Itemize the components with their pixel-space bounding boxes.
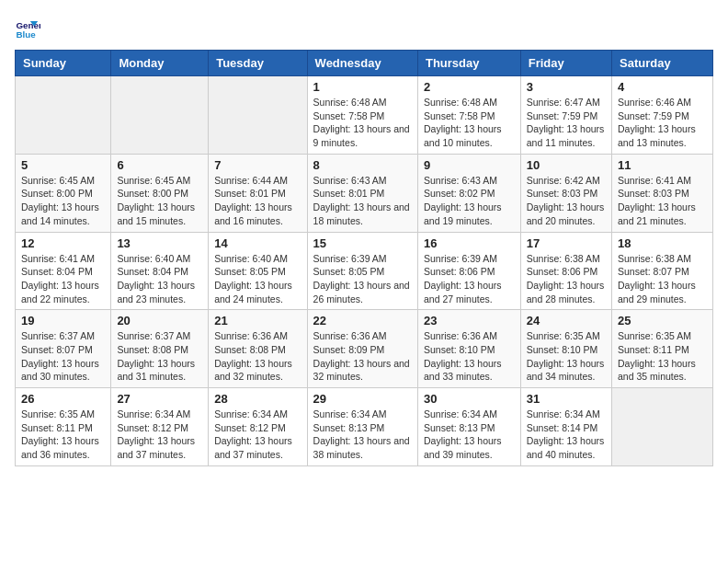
day-number: 26 — [21, 392, 105, 406]
day-number: 23 — [424, 314, 515, 327]
logo: General Blue — [15, 15, 44, 40]
day-number: 13 — [117, 236, 202, 250]
calendar-cell: 9Sunrise: 6:43 AMSunset: 8:02 PMDaylight… — [417, 154, 520, 232]
day-number: 3 — [527, 80, 606, 94]
calendar-cell — [209, 76, 307, 155]
day-number: 6 — [117, 158, 202, 172]
day-info: Sunrise: 6:44 AMSunset: 8:01 PMDaylight:… — [214, 174, 301, 228]
page-header: General Blue — [15, 15, 713, 40]
calendar-cell: 19Sunrise: 6:37 AMSunset: 8:07 PMDayligh… — [16, 310, 111, 388]
calendar-cell: 23Sunrise: 6:36 AMSunset: 8:10 PMDayligh… — [417, 310, 520, 388]
calendar-cell: 8Sunrise: 6:43 AMSunset: 8:01 PMDaylight… — [307, 154, 417, 232]
calendar-cell: 18Sunrise: 6:38 AMSunset: 8:07 PMDayligh… — [612, 232, 713, 310]
weekday-header: Tuesday — [209, 51, 307, 76]
day-number: 24 — [527, 314, 606, 327]
day-number: 5 — [21, 158, 105, 172]
calendar-cell: 27Sunrise: 6:34 AMSunset: 8:12 PMDayligh… — [111, 388, 209, 466]
day-number: 31 — [527, 392, 606, 406]
calendar-cell: 16Sunrise: 6:39 AMSunset: 8:06 PMDayligh… — [417, 232, 520, 310]
calendar-week-row: 5Sunrise: 6:45 AMSunset: 8:00 PMDaylight… — [16, 154, 713, 232]
day-info: Sunrise: 6:48 AMSunset: 7:58 PMDaylight:… — [313, 96, 412, 150]
calendar-table: SundayMondayTuesdayWednesdayThursdayFrid… — [15, 50, 713, 466]
calendar-cell: 6Sunrise: 6:45 AMSunset: 8:00 PMDaylight… — [111, 154, 209, 232]
day-info: Sunrise: 6:39 AMSunset: 8:06 PMDaylight:… — [424, 252, 515, 306]
weekday-header: Friday — [520, 51, 611, 76]
day-number: 19 — [21, 314, 105, 327]
calendar-cell: 22Sunrise: 6:36 AMSunset: 8:09 PMDayligh… — [307, 310, 417, 388]
calendar-week-row: 26Sunrise: 6:35 AMSunset: 8:11 PMDayligh… — [16, 388, 713, 466]
day-number: 8 — [313, 158, 412, 172]
day-number: 12 — [21, 236, 105, 250]
day-number: 1 — [313, 80, 412, 94]
day-info: Sunrise: 6:35 AMSunset: 8:11 PMDaylight:… — [618, 329, 707, 384]
day-info: Sunrise: 6:48 AMSunset: 7:58 PMDaylight:… — [424, 96, 515, 150]
calendar-week-row: 12Sunrise: 6:41 AMSunset: 8:04 PMDayligh… — [16, 232, 713, 310]
day-number: 17 — [527, 236, 606, 250]
weekday-header: Thursday — [417, 51, 520, 76]
calendar-cell: 28Sunrise: 6:34 AMSunset: 8:12 PMDayligh… — [209, 388, 307, 466]
logo-icon: General Blue — [15, 15, 40, 40]
day-info: Sunrise: 6:37 AMSunset: 8:07 PMDaylight:… — [21, 329, 105, 384]
day-number: 20 — [117, 314, 202, 327]
calendar-cell — [16, 76, 111, 155]
day-info: Sunrise: 6:34 AMSunset: 8:12 PMDaylight:… — [214, 408, 301, 462]
day-info: Sunrise: 6:38 AMSunset: 8:06 PMDaylight:… — [527, 252, 606, 306]
calendar-header: SundayMondayTuesdayWednesdayThursdayFrid… — [16, 51, 713, 76]
calendar-cell: 5Sunrise: 6:45 AMSunset: 8:00 PMDaylight… — [16, 154, 111, 232]
calendar-cell: 20Sunrise: 6:37 AMSunset: 8:08 PMDayligh… — [111, 310, 209, 388]
calendar-cell — [111, 76, 209, 155]
day-number: 28 — [214, 392, 301, 406]
calendar-cell: 31Sunrise: 6:34 AMSunset: 8:14 PMDayligh… — [520, 388, 611, 466]
day-info: Sunrise: 6:42 AMSunset: 8:03 PMDaylight:… — [527, 174, 606, 228]
day-info: Sunrise: 6:37 AMSunset: 8:08 PMDaylight:… — [117, 329, 202, 384]
day-number: 16 — [424, 236, 515, 250]
day-info: Sunrise: 6:35 AMSunset: 8:11 PMDaylight:… — [21, 408, 105, 462]
day-info: Sunrise: 6:34 AMSunset: 8:13 PMDaylight:… — [424, 408, 515, 462]
calendar-cell — [612, 388, 713, 466]
calendar-body: 1Sunrise: 6:48 AMSunset: 7:58 PMDaylight… — [16, 76, 713, 466]
day-number: 10 — [527, 158, 606, 172]
calendar-cell: 14Sunrise: 6:40 AMSunset: 8:05 PMDayligh… — [209, 232, 307, 310]
day-info: Sunrise: 6:45 AMSunset: 8:00 PMDaylight:… — [21, 174, 105, 228]
day-info: Sunrise: 6:43 AMSunset: 8:02 PMDaylight:… — [424, 174, 515, 228]
day-info: Sunrise: 6:36 AMSunset: 8:08 PMDaylight:… — [214, 329, 301, 384]
day-info: Sunrise: 6:36 AMSunset: 8:10 PMDaylight:… — [424, 329, 515, 384]
calendar-cell: 17Sunrise: 6:38 AMSunset: 8:06 PMDayligh… — [520, 232, 611, 310]
day-number: 11 — [618, 158, 707, 172]
weekday-header: Sunday — [16, 51, 111, 76]
day-info: Sunrise: 6:34 AMSunset: 8:13 PMDaylight:… — [313, 408, 412, 462]
calendar-cell: 13Sunrise: 6:40 AMSunset: 8:04 PMDayligh… — [111, 232, 209, 310]
calendar-cell: 10Sunrise: 6:42 AMSunset: 8:03 PMDayligh… — [520, 154, 611, 232]
calendar-cell: 15Sunrise: 6:39 AMSunset: 8:05 PMDayligh… — [307, 232, 417, 310]
calendar-cell: 26Sunrise: 6:35 AMSunset: 8:11 PMDayligh… — [16, 388, 111, 466]
weekday-header: Wednesday — [307, 51, 417, 76]
calendar-cell: 24Sunrise: 6:35 AMSunset: 8:10 PMDayligh… — [520, 310, 611, 388]
day-info: Sunrise: 6:47 AMSunset: 7:59 PMDaylight:… — [527, 96, 606, 150]
day-number: 7 — [214, 158, 301, 172]
calendar-cell: 29Sunrise: 6:34 AMSunset: 8:13 PMDayligh… — [307, 388, 417, 466]
calendar-cell: 2Sunrise: 6:48 AMSunset: 7:58 PMDaylight… — [417, 76, 520, 155]
day-info: Sunrise: 6:35 AMSunset: 8:10 PMDaylight:… — [527, 329, 606, 384]
calendar-cell: 4Sunrise: 6:46 AMSunset: 7:59 PMDaylight… — [612, 76, 713, 155]
calendar-cell: 25Sunrise: 6:35 AMSunset: 8:11 PMDayligh… — [612, 310, 713, 388]
calendar-cell: 30Sunrise: 6:34 AMSunset: 8:13 PMDayligh… — [417, 388, 520, 466]
day-number: 21 — [214, 314, 301, 327]
day-info: Sunrise: 6:34 AMSunset: 8:12 PMDaylight:… — [117, 408, 202, 462]
day-info: Sunrise: 6:43 AMSunset: 8:01 PMDaylight:… — [313, 174, 412, 228]
day-info: Sunrise: 6:38 AMSunset: 8:07 PMDaylight:… — [618, 252, 707, 306]
day-number: 4 — [618, 80, 707, 94]
day-number: 30 — [424, 392, 515, 406]
day-number: 29 — [313, 392, 412, 406]
day-number: 9 — [424, 158, 515, 172]
day-info: Sunrise: 6:39 AMSunset: 8:05 PMDaylight:… — [313, 252, 412, 306]
day-number: 22 — [313, 314, 412, 327]
weekday-header: Saturday — [612, 51, 713, 76]
calendar-cell: 7Sunrise: 6:44 AMSunset: 8:01 PMDaylight… — [209, 154, 307, 232]
day-info: Sunrise: 6:41 AMSunset: 8:03 PMDaylight:… — [618, 174, 707, 228]
day-number: 2 — [424, 80, 515, 94]
day-number: 15 — [313, 236, 412, 250]
day-number: 25 — [618, 314, 707, 327]
day-info: Sunrise: 6:45 AMSunset: 8:00 PMDaylight:… — [117, 174, 202, 228]
day-number: 14 — [214, 236, 301, 250]
day-number: 18 — [618, 236, 707, 250]
